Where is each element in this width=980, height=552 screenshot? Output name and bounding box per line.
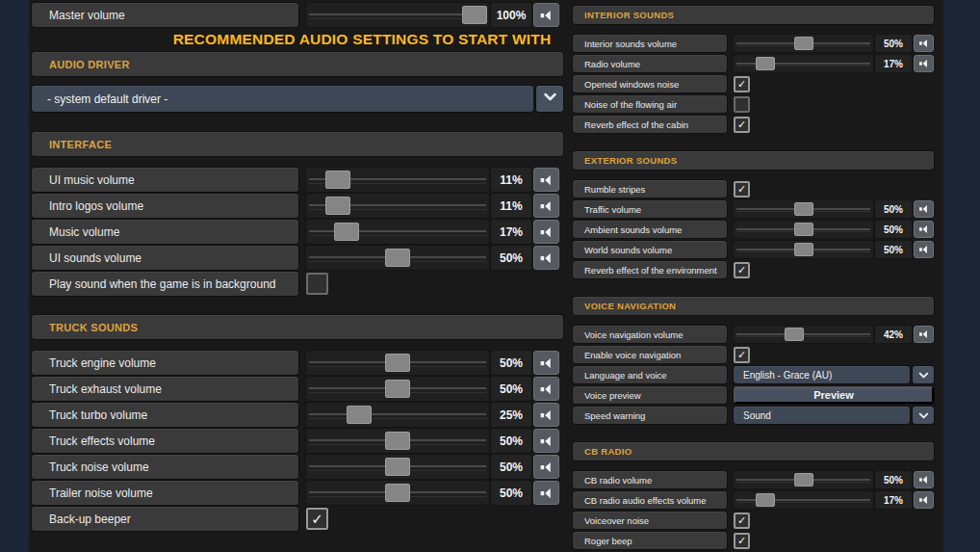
slider-handle[interactable] [794, 473, 813, 486]
slider-handle[interactable] [325, 197, 350, 215]
value-readout: 50% [875, 471, 912, 488]
settings-row: CB radio audio effects volume17% [573, 491, 934, 509]
volume-slider[interactable] [734, 326, 873, 343]
checkbox[interactable]: ✓ [734, 347, 750, 363]
mute-button[interactable] [914, 326, 934, 343]
mute-button[interactable] [533, 351, 559, 375]
mute-button[interactable] [533, 220, 559, 244]
volume-slider[interactable] [306, 455, 489, 479]
slider-handle[interactable] [347, 406, 372, 424]
setting-label: Rumble stripes [573, 180, 727, 197]
mute-button[interactable] [533, 168, 559, 192]
mute-button[interactable] [533, 194, 559, 218]
volume-slider[interactable] [734, 200, 873, 218]
value-readout: 50% [491, 246, 531, 270]
slider-handle[interactable] [385, 484, 410, 502]
volume-slider[interactable] [734, 55, 873, 72]
audio-settings-panel: Master volume100% RECOMMENDED AUDIO SETT… [29, 0, 943, 552]
slider-handle[interactable] [794, 37, 813, 50]
speaker-icon [538, 485, 555, 502]
value-readout: 50% [875, 35, 912, 52]
settings-row: Voiceover noise✓ [573, 512, 934, 529]
volume-slider[interactable] [306, 194, 489, 218]
right-column: INTERIOR SOUNDSInterior sounds volume50%… [573, 6, 934, 552]
mute-button[interactable] [914, 471, 934, 488]
slider-handle[interactable] [325, 171, 350, 189]
slider-handle[interactable] [756, 57, 775, 70]
slider-handle[interactable] [334, 223, 359, 241]
slider-handle[interactable] [462, 6, 487, 24]
slider-handle[interactable] [385, 432, 410, 450]
setting-label: CB radio audio effects volume [573, 491, 727, 509]
checkbox[interactable] [734, 96, 750, 113]
settings-row: Language and voiceEnglish - Grace (AU) [573, 366, 934, 383]
setting-label: Voice navigation volume [573, 326, 727, 343]
checkbox[interactable]: ✓ [734, 533, 750, 549]
settings-row: CB radio volume50% [573, 471, 934, 488]
preview-button[interactable]: Preview [734, 386, 934, 404]
checkbox[interactable]: ✓ [734, 76, 750, 92]
mute-button[interactable] [914, 491, 934, 509]
mute-button[interactable] [533, 429, 559, 453]
checkbox[interactable]: ✓ [734, 262, 750, 278]
volume-slider[interactable] [306, 481, 489, 505]
volume-slider[interactable] [734, 471, 873, 488]
speaker-icon [538, 433, 555, 450]
slider-handle[interactable] [385, 354, 410, 372]
dropdown[interactable]: Sound [734, 407, 910, 424]
slider-handle[interactable] [785, 328, 804, 341]
slider-handle[interactable] [794, 202, 813, 216]
mute-button[interactable] [914, 221, 934, 238]
dropdown[interactable]: English - Grace (AU) [734, 366, 910, 383]
volume-slider[interactable] [306, 220, 489, 244]
checkbox[interactable]: ✓ [734, 117, 750, 133]
mute-button[interactable] [533, 246, 559, 270]
section-rows: Rumble stripes✓Traffic volume50%Ambient … [573, 180, 934, 278]
dropdown-selected-value: Sound [743, 410, 771, 421]
mute-button[interactable] [533, 377, 559, 401]
slider-handle[interactable] [385, 380, 410, 398]
value-readout: 50% [491, 455, 531, 479]
slider-handle[interactable] [385, 458, 410, 476]
mute-button[interactable] [533, 455, 559, 479]
mute-button[interactable] [533, 3, 559, 27]
volume-slider[interactable] [306, 403, 489, 427]
truck-sounds-rows: Truck engine volume50%Truck exhaust volu… [32, 351, 563, 531]
checkbox[interactable] [306, 273, 328, 295]
speaker-icon [538, 7, 555, 24]
mute-button[interactable] [914, 200, 934, 218]
dropdown-chevron-button[interactable] [913, 407, 934, 424]
checkbox[interactable]: ✓ [734, 181, 750, 197]
slider-handle[interactable] [385, 249, 410, 267]
mute-button[interactable] [914, 241, 934, 258]
volume-slider[interactable] [306, 429, 489, 453]
volume-slider[interactable] [734, 221, 873, 238]
interface-rows: UI music volume11%Intro logos volume11%M… [32, 168, 563, 296]
dropdown-chevron-button[interactable] [913, 366, 934, 383]
checkbox[interactable]: ✓ [306, 508, 328, 530]
mute-button[interactable] [914, 55, 934, 72]
volume-slider[interactable] [306, 3, 489, 27]
slider-handle[interactable] [794, 223, 813, 236]
speaker-icon [538, 250, 555, 267]
volume-slider[interactable] [734, 491, 873, 509]
slider-handle[interactable] [756, 493, 775, 507]
checkbox[interactable]: ✓ [734, 513, 750, 529]
mute-button[interactable] [533, 403, 559, 427]
audio-driver-chevron-button[interactable] [536, 86, 563, 112]
dropdown-selected-value: English - Grace (AU) [743, 370, 832, 381]
mute-button[interactable] [914, 35, 934, 52]
volume-slider[interactable] [734, 241, 873, 258]
volume-slider[interactable] [306, 351, 489, 375]
volume-slider[interactable] [734, 35, 873, 52]
volume-slider[interactable] [306, 246, 489, 270]
settings-row: Truck effects volume50% [32, 429, 563, 453]
settings-section: INTERIOR SOUNDSInterior sounds volume50%… [573, 6, 934, 133]
mute-button[interactable] [533, 481, 559, 505]
chevron-down-icon [542, 89, 558, 109]
slider-handle[interactable] [794, 243, 813, 256]
volume-slider[interactable] [306, 377, 489, 401]
volume-slider[interactable] [306, 168, 489, 192]
audio-driver-row: - system default driver - [32, 86, 563, 112]
audio-driver-dropdown[interactable]: - system default driver - [32, 86, 533, 112]
